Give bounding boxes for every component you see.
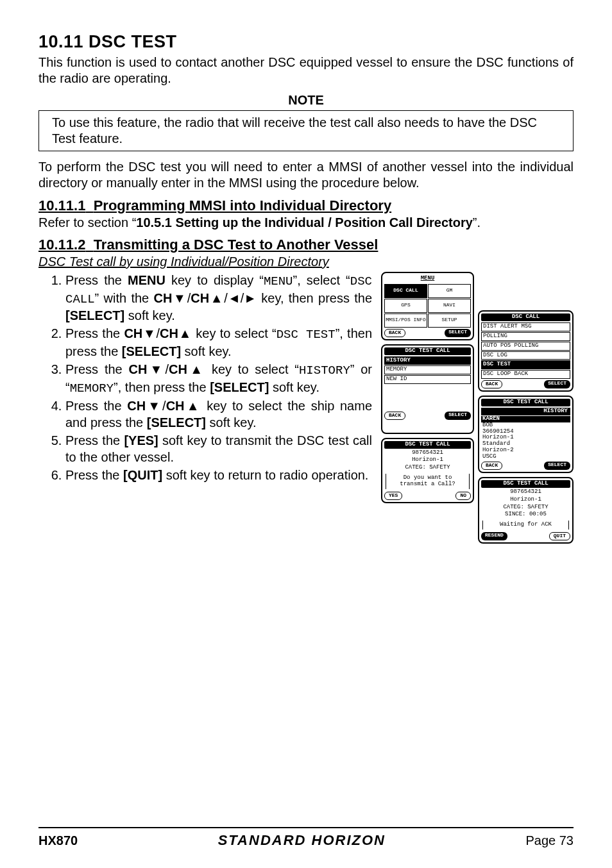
lcd-menu: MENU DSC CALL GM GPS NAVI MMSI/POS INFO … [381, 272, 474, 340]
softkey-select[interactable]: SELECT [445, 412, 471, 420]
t: DSC TEST [276, 328, 336, 342]
note-box: To use this feature, the radio that will… [38, 110, 574, 151]
list-item[interactable]: DSC LOG [481, 351, 570, 360]
t: ”, then press the [114, 380, 210, 394]
lcd-test-call-menu: DSC TEST CALL HISTORY MEMORY NEW ID BACK… [381, 344, 474, 434]
lcd-title: DSC TEST CALL [384, 441, 471, 449]
list-item[interactable]: NEW ID [384, 375, 471, 384]
softkey-back[interactable]: BACK [481, 380, 502, 388]
sub2-title: Transmitting a DSC Test to Another Vesse… [94, 237, 378, 253]
menu-cell-gps[interactable]: GPS [384, 299, 427, 313]
softkey-no[interactable]: NO [455, 492, 471, 500]
menu-cell-mmsi[interactable]: MMSI/POS INFO [384, 313, 427, 328]
t: key to select “ [205, 362, 299, 376]
lcd-menu-softkeys: BACK SELECT [384, 329, 471, 337]
t: Press the [65, 468, 123, 482]
history-subtitle: HISTORY [481, 408, 570, 415]
list-item[interactable]: AUTO POS POLLING [481, 342, 570, 351]
refer-bold: 10.5.1 Setting up the Individual / Posit… [136, 215, 473, 230]
lcd-confirm: DSC TEST CALL 987654321 Horizon-1 CATEG:… [381, 438, 474, 503]
note-label: NOTE [38, 93, 574, 108]
waiting-msg: Waiting for ACK [482, 521, 569, 530]
category: CATEG: SAFETY [384, 465, 471, 471]
intro2: To perform the DSC test you will need to… [38, 159, 574, 191]
t: MEMORY [70, 381, 114, 396]
vessel-name: Horizon-1 [384, 457, 471, 463]
lcd-softkeys: BACK SELECT [481, 462, 570, 470]
softkey-back[interactable]: BACK [384, 329, 405, 337]
vessel-name: Horizon-1 [481, 497, 570, 503]
section-number: 10.11 [38, 32, 83, 51]
t: soft key. [181, 344, 232, 358]
list-item[interactable]: HISTORY [384, 356, 471, 365]
list-item[interactable]: DSC TEST [481, 360, 570, 369]
t: CH▲ [166, 399, 201, 413]
softkey-yes[interactable]: YES [384, 492, 402, 500]
t: CH▲ [169, 362, 205, 376]
softkey-select[interactable]: SELECT [544, 462, 570, 470]
softkey-back[interactable]: BACK [481, 462, 502, 470]
t: Press the [65, 362, 128, 376]
category: CATEG: SAFETY [481, 505, 570, 511]
t: CH▲ [191, 291, 224, 305]
lcd-history: DSC TEST CALL HISTORY KAREN BOB 36690125… [478, 396, 574, 473]
footer-page: Page 73 [525, 833, 574, 848]
step-5: Press the [YES] soft key to transmit the… [65, 432, 372, 465]
page-footer: HX870 STANDARD HORIZON Page 73 [38, 827, 574, 849]
softkey-quit[interactable]: QUIT [549, 532, 570, 540]
t: key to display “ [166, 273, 264, 287]
softkey-back[interactable]: BACK [384, 412, 405, 420]
t: soft key. [124, 308, 175, 322]
steps-column: Press the MENU key to display “MENU”, se… [38, 272, 372, 544]
lcd-left-column: MENU DSC CALL GM GPS NAVI MMSI/POS INFO … [381, 272, 474, 544]
sub2-number: 10.11.2 [38, 237, 85, 253]
t: CH▼ [127, 399, 162, 413]
lcd-title: DSC TEST CALL [384, 347, 471, 355]
lcd-title: DSC TEST CALL [481, 480, 570, 488]
t: ”, select “ [293, 273, 350, 287]
softkey-select[interactable]: SELECT [544, 380, 570, 388]
menu-cell-gm[interactable]: GM [428, 284, 471, 298]
step-6: Press the [QUIT] soft key to return to r… [65, 467, 372, 483]
t: Press the [65, 433, 124, 447]
t: CH▼ [154, 291, 187, 305]
t: Press the [65, 399, 127, 413]
subsection-1-heading: 10.11.1 Programming MMSI into Individual… [38, 197, 574, 214]
lcd-screens-column: MENU DSC CALL GM GPS NAVI MMSI/POS INFO … [381, 272, 574, 544]
t: Press the [65, 326, 124, 340]
t: [SELECT] [210, 380, 269, 394]
lcd-softkeys: YES NO [384, 492, 471, 500]
mmsi-value: 987654321 [481, 489, 570, 496]
list-item[interactable]: KAREN [481, 416, 570, 422]
t: [SELECT] [65, 308, 124, 322]
lcd-title: DSC CALL [481, 313, 570, 321]
menu-cell-setup[interactable]: SETUP [428, 313, 471, 328]
list-item[interactable]: POLLING [481, 332, 570, 341]
softkey-resend[interactable]: RESEND [481, 532, 507, 540]
t: MENU [264, 274, 293, 288]
mmsi-value: 987654321 [384, 450, 471, 456]
t: key to select “ [192, 326, 276, 340]
step-1: Press the MENU key to display “MENU”, se… [65, 272, 372, 324]
lcd-waiting: DSC TEST CALL 987654321 Horizon-1 CATEG:… [478, 477, 574, 544]
step-4: Press the CH▼/CH▲ key to select the ship… [65, 397, 372, 431]
list-item[interactable]: MEMORY [384, 365, 471, 374]
menu-cell-dsc-call[interactable]: DSC CALL [384, 284, 427, 298]
t: soft key. [269, 380, 319, 394]
lcd-dsc-call: DSC CALL DIST ALERT MSG POLLING AUTO POS… [478, 310, 574, 392]
q2: transmit a Call? [389, 481, 466, 488]
section-title: DSC TEST [89, 32, 177, 51]
sub1-number: 10.11.1 [38, 197, 85, 213]
lcd-menu-grid: DSC CALL GM GPS NAVI MMSI/POS INFO SETUP [384, 284, 471, 328]
softkey-select[interactable]: SELECT [445, 329, 471, 337]
footer-brand: STANDARD HORIZON [218, 832, 386, 849]
step-3: Press the CH▼/CH▲ key to select “HISTORY… [65, 361, 372, 396]
list-item[interactable]: DSC LOOP BACK [481, 370, 570, 379]
section-intro: This function is used to contact another… [38, 54, 574, 87]
t: HISTORY [299, 363, 350, 378]
menu-cell-navi[interactable]: NAVI [428, 299, 471, 313]
t: Press the [65, 273, 128, 287]
list-item[interactable]: USCG [481, 454, 570, 460]
t: ” with the [95, 291, 154, 305]
list-item[interactable]: DIST ALERT MSG [481, 322, 570, 331]
